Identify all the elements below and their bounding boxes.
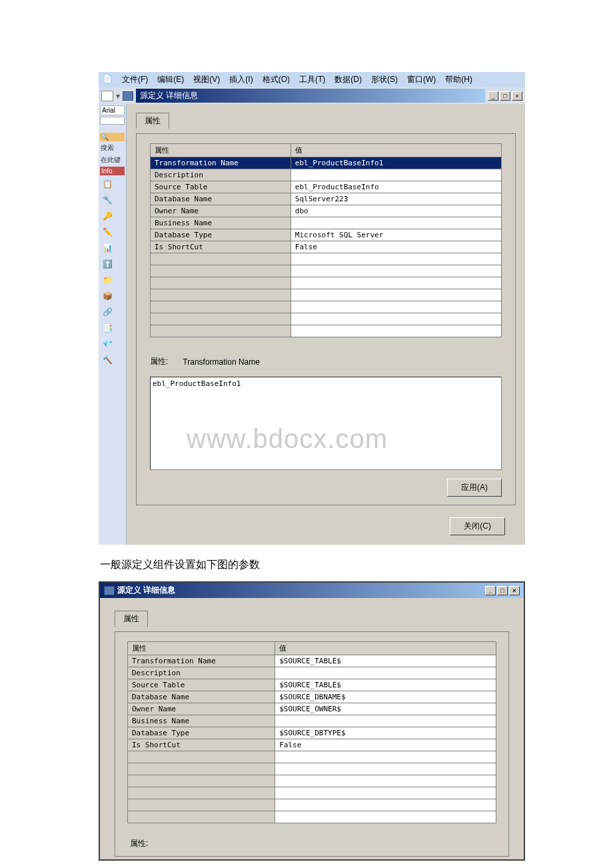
val-cell[interactable]: $SOURCE_TABLE$ [275, 679, 496, 691]
val-cell[interactable] [291, 169, 501, 181]
val-cell[interactable]: $SOURCE_DBTYPE$ [275, 727, 496, 739]
header-val-2: 值 [275, 642, 496, 655]
val-cell[interactable]: False [275, 739, 496, 751]
table-row[interactable]: Is ShortCutFalse [151, 241, 502, 253]
table-row[interactable]: Source Table$SOURCE_TABLE$ [128, 679, 496, 691]
attr-cell: Source Table [128, 679, 275, 691]
val-cell[interactable]: ebl_ProductBaseInfo [291, 181, 501, 193]
close-button-dialog1[interactable]: 关闭(C) [450, 517, 505, 535]
tab-properties-2[interactable]: 属性 [115, 611, 148, 627]
val-cell[interactable]: $SOURCE_OWNER$ [275, 703, 496, 715]
close-button[interactable]: × [512, 91, 522, 101]
attr-cell: Business Name [128, 715, 275, 727]
side-icon-1[interactable]: 📋 [100, 177, 115, 191]
minimize-button-2[interactable]: _ [485, 586, 496, 595]
font-selector[interactable]: Arial [100, 105, 125, 115]
maximize-button-2[interactable]: □ [497, 586, 508, 595]
table-row[interactable]: Database NameSqlServer223 [151, 193, 502, 205]
menu-tools[interactable]: 工具(T) [299, 74, 325, 85]
side-icon-6[interactable]: ⬆️ [100, 257, 115, 271]
app-icon: 📄 [103, 74, 113, 85]
side-icon-12[interactable]: 🔨 [100, 353, 115, 367]
header-attr-2: 属性 [128, 642, 275, 655]
attr-cell: Description [151, 169, 291, 181]
val-cell[interactable]: Microsoft SQL Server [291, 229, 501, 241]
new-icon[interactable] [101, 91, 113, 101]
menu-help[interactable]: 帮助(H) [445, 74, 472, 85]
menu-window[interactable]: 窗口(W) [407, 74, 436, 85]
caption-1: 一般源定义组件设置如下图的参数 [100, 558, 613, 572]
dialog-body-2: 属性 属性 值 Transformation Name$SOURCE_TABLE… [100, 598, 524, 859]
menu-edit[interactable]: 编辑(E) [157, 74, 184, 85]
property-edit-input[interactable] [150, 377, 502, 470]
dialog-title-2: 源定义 详细信息 [117, 585, 175, 596]
table-row-empty [128, 751, 496, 763]
side-icon-4[interactable]: ✏️ [100, 225, 115, 239]
toolbar: ▾ 源定义 详细信息 _ □ × [99, 87, 525, 104]
side-icon-5[interactable]: 📊 [100, 241, 115, 255]
table-row[interactable]: Business Name [128, 715, 496, 727]
sidebar: Arial 🔍 搜索 在此键 Info 📋 🔧 🔑 ✏️ 📊 ⬆️ 📁 📦 🔗 … [99, 104, 127, 545]
window-buttons-toolbar: _ □ × [488, 91, 522, 101]
menu-data[interactable]: 数据(D) [334, 74, 362, 85]
side-icon-2[interactable]: 🔧 [100, 193, 115, 207]
maximize-button[interactable]: □ [500, 91, 510, 101]
side-icon-10[interactable]: 📑 [100, 321, 115, 335]
dialog-body-1: 属性 属性 值 Transformation Nameebl_ProductBa… [127, 104, 525, 512]
table-row[interactable]: Source Tableebl_ProductBaseInfo [151, 181, 502, 193]
info-label[interactable]: Info [100, 167, 125, 175]
menu-insert[interactable]: 插入(I) [229, 74, 253, 85]
table-row-empty [151, 325, 502, 337]
here-label: 在此键 [100, 155, 125, 165]
attr-cell: Description [128, 667, 275, 679]
side-icon-8[interactable]: 📦 [100, 289, 115, 303]
table-row[interactable]: Description [151, 169, 502, 181]
table-row-empty [128, 799, 496, 811]
val-cell[interactable] [291, 217, 501, 229]
properties-table-2: 属性 值 Transformation Name$SOURCE_TABLE$De… [127, 641, 496, 823]
val-cell[interactable]: False [291, 241, 501, 253]
table-row[interactable]: Database TypeMicrosoft SQL Server [151, 229, 502, 241]
table-row[interactable]: Database Type$SOURCE_DBTYPE$ [128, 727, 496, 739]
val-cell[interactable]: $SOURCE_TABLE$ [275, 655, 496, 667]
val-cell[interactable] [275, 715, 496, 727]
tab-properties[interactable]: 属性 [136, 113, 169, 129]
val-cell[interactable]: dbo [291, 205, 501, 217]
val-cell[interactable]: $SOURCE_DBNAME$ [275, 691, 496, 703]
search-icon[interactable]: 🔍 [100, 133, 125, 141]
side-icon-3[interactable]: 🔑 [100, 209, 115, 223]
table-row[interactable]: Is ShortCutFalse [128, 739, 496, 751]
menu-format[interactable]: 格式(O) [263, 74, 290, 85]
table-row[interactable]: Transformation Name$SOURCE_TABLE$ [128, 655, 496, 667]
table-row[interactable]: Database Name$SOURCE_DBNAME$ [128, 691, 496, 703]
attr-cell: Database Type [128, 727, 275, 739]
attr-cell: Transformation Name [151, 157, 291, 169]
table-row-empty [151, 277, 502, 289]
table-row[interactable]: Owner Namedbo [151, 205, 502, 217]
apply-button[interactable]: 应用(A) [447, 479, 502, 497]
val-cell[interactable] [275, 667, 496, 679]
property-label-2: 属性: [127, 838, 496, 849]
table-row-empty [128, 811, 496, 823]
side-icon-7[interactable]: 📁 [100, 273, 115, 287]
table-row-empty [151, 289, 502, 301]
menu-view[interactable]: 视图(V) [193, 74, 220, 85]
table-row[interactable]: Transformation Nameebl_ProductBaseInfo1 [151, 157, 502, 169]
table-row-empty [151, 301, 502, 313]
attr-cell: Is ShortCut [151, 241, 291, 253]
table-row[interactable]: Owner Name$SOURCE_OWNER$ [128, 703, 496, 715]
side-icon-11[interactable]: 💎 [100, 337, 115, 351]
attr-cell: Database Name [151, 193, 291, 205]
menu-file[interactable]: 文件(F) [122, 74, 148, 85]
dialog-titlebar-2: 源定义 详细信息 _ □ × [100, 583, 524, 598]
menubar: 📄 文件(F) 编辑(E) 视图(V) 插入(I) 格式(O) 工具(T) 数据… [99, 72, 525, 87]
side-icon-9[interactable]: 🔗 [100, 305, 115, 319]
close-button-2[interactable]: × [509, 586, 520, 595]
minimize-button[interactable]: _ [488, 91, 498, 101]
attr-cell: Source Table [151, 181, 291, 193]
table-row[interactable]: Description [128, 667, 496, 679]
val-cell[interactable]: SqlServer223 [291, 193, 501, 205]
val-cell[interactable]: ebl_ProductBaseInfo1 [291, 157, 501, 169]
table-row[interactable]: Business Name [151, 217, 502, 229]
menu-shape[interactable]: 形状(S) [371, 74, 398, 85]
